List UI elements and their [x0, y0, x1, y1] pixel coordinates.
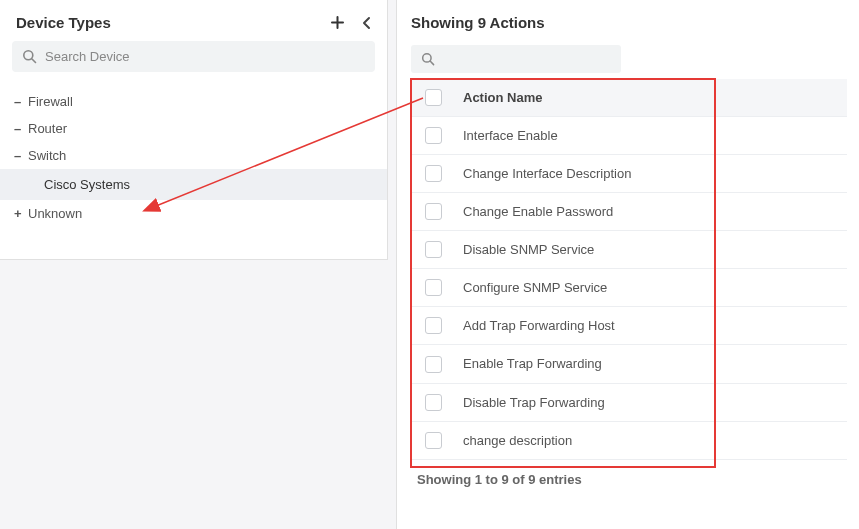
select-all-checkbox[interactable] — [425, 89, 442, 106]
action-name-cell: Interface Enable — [455, 117, 847, 155]
row-checkbox[interactable] — [425, 165, 442, 182]
tree-item-switch[interactable]: – Switch — [0, 142, 387, 169]
entries-count: Showing 1 to 9 of 9 entries — [411, 460, 847, 499]
action-name-cell: Change Enable Password — [455, 193, 847, 231]
table-row[interactable]: Disable SNMP Service — [411, 231, 847, 269]
collapse-icon[interactable]: – — [14, 148, 24, 163]
device-tree: – Firewall – Router – Switch Cisco Syste… — [0, 88, 387, 227]
action-name-cell: Disable Trap Forwarding — [455, 383, 847, 421]
action-name-cell: Configure SNMP Service — [455, 269, 847, 307]
expand-icon[interactable]: + — [14, 206, 24, 221]
search-icon — [22, 49, 37, 64]
device-search-box[interactable] — [12, 41, 375, 72]
table-row[interactable]: Disable Trap Forwarding — [411, 383, 847, 421]
row-checkbox[interactable] — [425, 317, 442, 334]
actions-panel: Showing 9 Actions Action Name — [396, 0, 859, 529]
sidebar-title: Device Types — [16, 14, 111, 31]
table-row[interactable]: Change Enable Password — [411, 193, 847, 231]
action-name-cell: Disable SNMP Service — [455, 231, 847, 269]
select-all-cell — [411, 79, 455, 117]
collapse-icon[interactable]: – — [14, 121, 24, 136]
device-types-sidebar: Device Types – Firewall – — [0, 0, 388, 260]
device-search-input[interactable] — [45, 49, 365, 64]
action-name-cell: Enable Trap Forwarding — [455, 345, 847, 383]
tree-item-label: Router — [28, 121, 67, 136]
tree-item-router[interactable]: – Router — [0, 115, 387, 142]
table-row[interactable]: change description — [411, 421, 847, 459]
column-header-action-name[interactable]: Action Name — [455, 79, 847, 117]
action-name-cell: Change Interface Description — [455, 155, 847, 193]
table-row[interactable]: Add Trap Forwarding Host — [411, 307, 847, 345]
row-checkbox[interactable] — [425, 356, 442, 373]
actions-filter-box[interactable] — [411, 45, 621, 73]
tree-item-label: Switch — [28, 148, 66, 163]
tree-subitem-label: Cisco Systems — [44, 177, 130, 192]
row-checkbox[interactable] — [425, 394, 442, 411]
table-row[interactable]: Interface Enable — [411, 117, 847, 155]
row-checkbox[interactable] — [425, 203, 442, 220]
tree-subitem-cisco-systems[interactable]: Cisco Systems — [0, 169, 387, 200]
tree-item-firewall[interactable]: – Firewall — [0, 88, 387, 115]
table-row[interactable]: Change Interface Description — [411, 155, 847, 193]
collapse-icon[interactable]: – — [14, 94, 24, 109]
row-checkbox[interactable] — [425, 241, 442, 258]
actions-table: Action Name Interface Enable Change Inte… — [411, 79, 847, 460]
action-name-cell: Add Trap Forwarding Host — [455, 307, 847, 345]
sidebar-header: Device Types — [0, 0, 387, 41]
table-row[interactable]: Configure SNMP Service — [411, 269, 847, 307]
table-header-row: Action Name — [411, 79, 847, 117]
action-name-cell: change description — [455, 421, 847, 459]
tree-item-unknown[interactable]: + Unknown — [0, 200, 387, 227]
row-checkbox[interactable] — [425, 432, 442, 449]
actions-title: Showing 9 Actions — [411, 14, 847, 31]
row-checkbox[interactable] — [425, 279, 442, 296]
search-icon — [421, 52, 435, 66]
tree-item-label: Firewall — [28, 94, 73, 109]
row-checkbox[interactable] — [425, 127, 442, 144]
collapse-sidebar-icon[interactable] — [362, 16, 371, 30]
table-row[interactable]: Enable Trap Forwarding — [411, 345, 847, 383]
add-device-type-icon[interactable] — [331, 16, 344, 29]
tree-item-label: Unknown — [28, 206, 82, 221]
